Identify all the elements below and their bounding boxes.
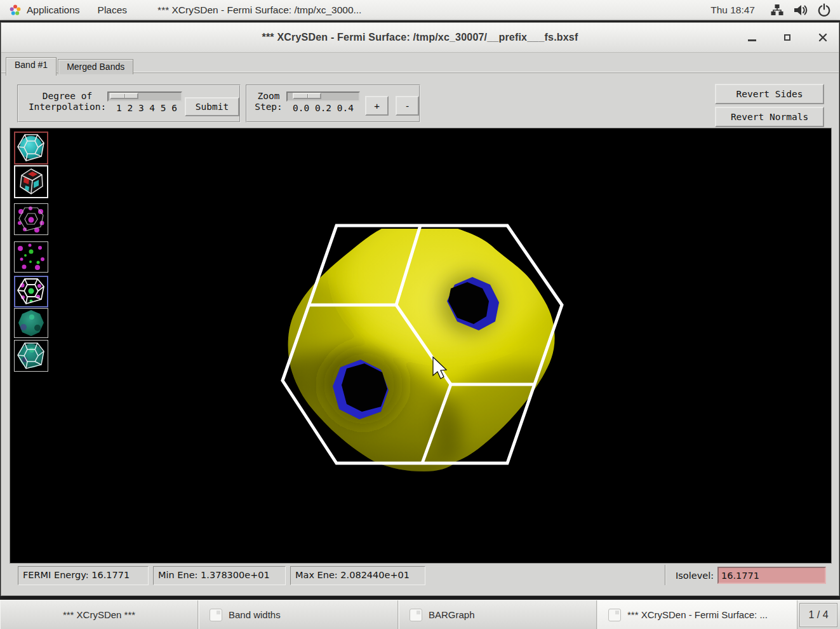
clock[interactable]: Thu 18:47 [704, 4, 761, 16]
places-label: Places [98, 4, 128, 16]
window-list-item[interactable]: *** XCrySDen - Fermi Surface: /tmp/xc_30… [149, 0, 370, 20]
interpolation-label-line1: Degree of [22, 91, 112, 102]
zoom-step-ticks: 0.0 0.2 0.4 [285, 103, 361, 113]
close-icon [818, 33, 827, 42]
task-bargraph-label: BARGraph [429, 609, 475, 620]
thumbnail-6-image [15, 309, 48, 337]
zoom-step-group: Zoom Step: 0.0 0.2 0.4 + - [246, 85, 420, 123]
thumbnail-5-image [15, 277, 47, 306]
network-icon[interactable] [770, 3, 784, 17]
power-icon[interactable] [817, 3, 831, 17]
interpolation-slider[interactable] [107, 91, 182, 102]
tab-merged-bands-label: Merged Bands [67, 62, 124, 72]
tab-band-1[interactable]: Band #1 [6, 57, 57, 76]
thumbnail-4-image [15, 242, 48, 272]
close-button[interactable] [816, 30, 830, 44]
view-thumbnail-2[interactable] [14, 165, 48, 198]
thumbnail-3-image [15, 204, 48, 234]
fermi-energy-status: FERMI Energy: 16.1771 [18, 566, 149, 585]
task-fermi-surface-label: *** XCrySDen - Fermi Surface: ... [627, 609, 768, 620]
window-controls [745, 23, 830, 52]
window-icon [210, 609, 222, 621]
interpolation-group: Degree of Interpolation: 1 2 3 4 5 6 Sub… [17, 85, 241, 123]
applications-menu[interactable]: Applications [0, 0, 89, 20]
interpolation-label-line2: Interpolation: [22, 102, 112, 112]
zoom-in-button[interactable]: + [365, 96, 389, 116]
view-thumbnail-1[interactable] [14, 132, 48, 165]
taskbar: *** XCrySDen *** Band widths BARGraph **… [0, 600, 840, 629]
submit-button[interactable]: Submit [185, 97, 239, 116]
window-title: *** XCrySDen - Fermi Surface: /tmp/xc_30… [262, 32, 578, 43]
maximize-button[interactable] [780, 30, 794, 44]
desktop-panel: Applications Places *** XCrySDen - Fermi… [0, 0, 840, 20]
min-energy-status: Min Ene: 1.378300e+01 [153, 566, 286, 585]
task-fermi-surface[interactable]: *** XCrySDen - Fermi Surface: ... [597, 600, 797, 629]
task-band-widths[interactable]: Band widths [199, 600, 398, 629]
maximize-icon [784, 34, 790, 41]
zoom-label-line1: Zoom [250, 91, 288, 102]
zoom-out-button[interactable]: - [396, 96, 419, 116]
applications-icon [9, 4, 22, 17]
thumbnail-1-image [15, 133, 47, 163]
minimize-button[interactable] [745, 30, 759, 44]
isolevel-label: Isolevel: [676, 568, 714, 583]
revert-normals-button[interactable]: Revert Normals [715, 107, 824, 127]
zoom-step-slider-handle[interactable] [293, 93, 321, 99]
applications-label: Applications [27, 4, 80, 16]
revert-sides-button[interactable]: Revert Sides [715, 84, 824, 104]
zoom-label-line2: Step: [250, 102, 288, 112]
window-icon [410, 609, 422, 621]
task-band-widths-label: Band widths [229, 609, 281, 620]
thumbnail-7-image [15, 341, 48, 371]
tab-bar: Band #1 Merged Bands [6, 56, 135, 74]
thumbnail-2-image [15, 166, 47, 197]
fermi-surface-canvas[interactable] [10, 128, 832, 564]
places-menu[interactable]: Places [89, 0, 137, 20]
zoom-step-slider[interactable] [286, 91, 360, 102]
xcrysden-fermi-window: *** XCrySDen - Fermi Surface: /tmp/xc_30… [1, 22, 839, 596]
volume-icon[interactable] [793, 3, 808, 17]
view-thumbnail-4[interactable] [14, 241, 48, 273]
view-thumbnail-5[interactable] [14, 276, 48, 308]
fermi-surface-scene[interactable] [10, 128, 832, 564]
panel-status-icons [761, 3, 840, 17]
tab-band-1-label: Band #1 [15, 60, 48, 70]
interpolation-slider-handle[interactable] [110, 93, 138, 99]
task-bargraph[interactable]: BARGraph [399, 600, 597, 629]
minimize-icon [748, 39, 756, 41]
view-thumbnail-7[interactable] [14, 340, 48, 372]
max-energy-status: Max Ene: 2.082440e+01 [290, 566, 425, 585]
zoom-step-label: Zoom Step: [250, 91, 288, 112]
view-thumbnail-3[interactable] [14, 203, 48, 235]
workspace-pager[interactable]: 1 / 4 [799, 603, 837, 627]
titlebar: *** XCrySDen - Fermi Surface: /tmp/xc_30… [1, 23, 839, 53]
task-xcrysden-main[interactable]: *** XCrySDen *** [0, 600, 198, 629]
interpolation-label: Degree of Interpolation: [22, 91, 112, 112]
isolevel-input[interactable] [717, 567, 826, 584]
task-xcrysden-main-label: *** XCrySDen *** [63, 609, 135, 620]
window-list-label: *** XCrySDen - Fermi Surface: /tmp/xc_30… [157, 4, 361, 16]
window-icon [608, 609, 621, 621]
view-thumbnail-6[interactable] [14, 308, 48, 338]
interpolation-ticks: 1 2 3 4 5 6 [111, 103, 182, 113]
tab-merged-bands[interactable]: Merged Bands [58, 59, 133, 74]
status-separator [665, 565, 666, 585]
